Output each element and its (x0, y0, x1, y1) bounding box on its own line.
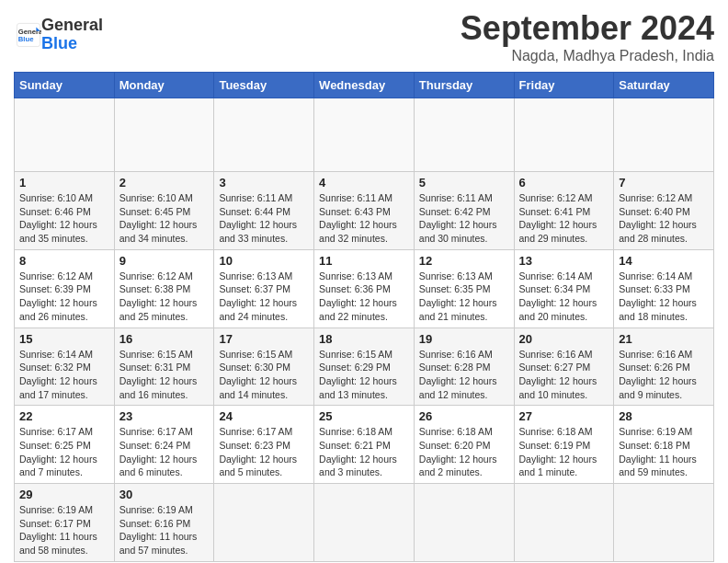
day-number: 14 (619, 254, 709, 268)
day-info: Sunrise: 6:14 AM Sunset: 6:34 PM Dayligh… (519, 270, 609, 324)
calendar-cell: 20Sunrise: 6:16 AM Sunset: 6:27 PM Dayli… (514, 327, 614, 406)
day-number: 13 (519, 254, 609, 268)
calendar-cell: 3Sunrise: 6:11 AM Sunset: 6:44 PM Daylig… (214, 172, 314, 250)
day-info: Sunrise: 6:11 AM Sunset: 6:42 PM Dayligh… (419, 191, 509, 246)
calendar-cell: 22Sunrise: 6:17 AM Sunset: 6:25 PM Dayli… (15, 406, 115, 484)
calendar-cell: 14Sunrise: 6:14 AM Sunset: 6:33 PM Dayli… (614, 249, 714, 327)
day-number: 24 (219, 409, 309, 423)
weekday-header-thursday: Thursday (414, 73, 514, 98)
day-number: 10 (219, 254, 309, 268)
day-number: 22 (19, 409, 109, 423)
day-number: 5 (419, 176, 509, 190)
calendar-cell (514, 98, 614, 172)
day-number: 12 (419, 254, 509, 268)
calendar-cell (214, 484, 314, 562)
calendar-cell: 4Sunrise: 6:11 AM Sunset: 6:43 PM Daylig… (314, 172, 415, 250)
day-number: 19 (419, 332, 509, 346)
weekday-header-row: SundayMondayTuesdayWednesdayThursdayFrid… (15, 73, 714, 98)
day-number: 23 (119, 409, 210, 423)
day-number: 20 (519, 332, 609, 346)
day-info: Sunrise: 6:16 AM Sunset: 6:26 PM Dayligh… (619, 348, 709, 402)
day-number: 16 (119, 332, 210, 346)
calendar-cell: 8Sunrise: 6:12 AM Sunset: 6:39 PM Daylig… (15, 249, 115, 327)
day-info: Sunrise: 6:17 AM Sunset: 6:24 PM Dayligh… (119, 425, 210, 479)
day-info: Sunrise: 6:17 AM Sunset: 6:23 PM Dayligh… (219, 425, 309, 479)
calendar-cell: 5Sunrise: 6:11 AM Sunset: 6:42 PM Daylig… (414, 172, 514, 250)
calendar-cell (414, 484, 514, 562)
calendar-cell: 19Sunrise: 6:16 AM Sunset: 6:28 PM Dayli… (414, 327, 514, 406)
calendar-cell: 24Sunrise: 6:17 AM Sunset: 6:23 PM Dayli… (214, 406, 314, 484)
day-number: 3 (219, 176, 309, 190)
calendar-cell (314, 484, 415, 562)
calendar-cell: 7Sunrise: 6:12 AM Sunset: 6:40 PM Daylig… (614, 172, 714, 250)
weekday-header-sunday: Sunday (15, 73, 115, 98)
calendar-cell: 10Sunrise: 6:13 AM Sunset: 6:37 PM Dayli… (214, 249, 314, 327)
day-number: 15 (19, 332, 109, 346)
day-number: 18 (319, 332, 409, 346)
calendar-week-row (15, 98, 714, 172)
calendar-cell (514, 484, 614, 562)
day-info: Sunrise: 6:15 AM Sunset: 6:29 PM Dayligh… (319, 348, 409, 402)
day-info: Sunrise: 6:19 AM Sunset: 6:16 PM Dayligh… (119, 503, 210, 557)
calendar-week-row: 1Sunrise: 6:10 AM Sunset: 6:46 PM Daylig… (15, 172, 714, 250)
day-number: 28 (619, 409, 709, 423)
day-number: 1 (19, 176, 109, 190)
day-info: Sunrise: 6:11 AM Sunset: 6:44 PM Dayligh… (219, 191, 309, 246)
day-info: Sunrise: 6:12 AM Sunset: 6:40 PM Dayligh… (619, 191, 709, 246)
day-number: 21 (619, 332, 709, 346)
day-info: Sunrise: 6:11 AM Sunset: 6:43 PM Dayligh… (319, 191, 409, 246)
day-number: 9 (119, 254, 210, 268)
day-info: Sunrise: 6:10 AM Sunset: 6:45 PM Dayligh… (119, 191, 210, 246)
calendar-week-row: 22Sunrise: 6:17 AM Sunset: 6:25 PM Dayli… (15, 406, 714, 484)
calendar-cell (614, 484, 714, 562)
day-number: 4 (319, 176, 409, 190)
day-info: Sunrise: 6:10 AM Sunset: 6:46 PM Dayligh… (19, 191, 109, 246)
day-info: Sunrise: 6:14 AM Sunset: 6:32 PM Dayligh… (19, 348, 109, 402)
day-info: Sunrise: 6:18 AM Sunset: 6:19 PM Dayligh… (519, 425, 609, 479)
weekday-header-tuesday: Tuesday (214, 73, 314, 98)
day-info: Sunrise: 6:12 AM Sunset: 6:41 PM Dayligh… (519, 191, 609, 246)
month-title: September 2024 (461, 9, 714, 48)
day-number: 17 (219, 332, 309, 346)
day-info: Sunrise: 6:12 AM Sunset: 6:38 PM Dayligh… (119, 270, 210, 324)
day-number: 11 (319, 254, 409, 268)
calendar-cell (214, 98, 314, 172)
day-number: 25 (319, 409, 409, 423)
day-info: Sunrise: 6:16 AM Sunset: 6:28 PM Dayligh… (419, 348, 509, 402)
weekday-header-wednesday: Wednesday (314, 73, 415, 98)
day-number: 8 (19, 254, 109, 268)
calendar-cell (614, 98, 714, 172)
day-info: Sunrise: 6:17 AM Sunset: 6:25 PM Dayligh… (19, 425, 109, 479)
calendar-cell: 12Sunrise: 6:13 AM Sunset: 6:35 PM Dayli… (414, 249, 514, 327)
day-number: 2 (119, 176, 210, 190)
calendar-table: SundayMondayTuesdayWednesdayThursdayFrid… (14, 72, 714, 562)
calendar-cell: 26Sunrise: 6:18 AM Sunset: 6:20 PM Dayli… (414, 406, 514, 484)
calendar-cell (414, 98, 514, 172)
header: General Blue General Blue September 2024… (14, 9, 714, 64)
logo-text: General Blue (41, 17, 103, 53)
svg-text:General: General (18, 27, 41, 35)
calendar-cell: 27Sunrise: 6:18 AM Sunset: 6:19 PM Dayli… (514, 406, 614, 484)
calendar-cell: 30Sunrise: 6:19 AM Sunset: 6:16 PM Dayli… (114, 484, 214, 562)
day-number: 30 (119, 488, 210, 501)
weekday-header-friday: Friday (514, 73, 614, 98)
calendar-cell: 28Sunrise: 6:19 AM Sunset: 6:18 PM Dayli… (614, 406, 714, 484)
logo: General Blue General Blue (14, 17, 103, 53)
calendar-week-row: 15Sunrise: 6:14 AM Sunset: 6:32 PM Dayli… (15, 327, 714, 406)
day-number: 26 (419, 409, 509, 423)
calendar-cell: 15Sunrise: 6:14 AM Sunset: 6:32 PM Dayli… (15, 327, 115, 406)
day-info: Sunrise: 6:19 AM Sunset: 6:18 PM Dayligh… (619, 425, 709, 479)
weekday-header-monday: Monday (114, 73, 214, 98)
day-info: Sunrise: 6:13 AM Sunset: 6:37 PM Dayligh… (219, 270, 309, 324)
day-info: Sunrise: 6:15 AM Sunset: 6:30 PM Dayligh… (219, 348, 309, 402)
calendar-cell: 13Sunrise: 6:14 AM Sunset: 6:34 PM Dayli… (514, 249, 614, 327)
calendar-cell: 11Sunrise: 6:13 AM Sunset: 6:36 PM Dayli… (314, 249, 415, 327)
calendar-cell (314, 98, 415, 172)
day-info: Sunrise: 6:13 AM Sunset: 6:36 PM Dayligh… (319, 270, 409, 324)
calendar-cell: 9Sunrise: 6:12 AM Sunset: 6:38 PM Daylig… (114, 249, 214, 327)
location-title: Nagda, Madhya Pradesh, India (461, 48, 714, 64)
calendar-cell (15, 98, 115, 172)
day-info: Sunrise: 6:19 AM Sunset: 6:17 PM Dayligh… (19, 503, 109, 557)
calendar-cell: 2Sunrise: 6:10 AM Sunset: 6:45 PM Daylig… (114, 172, 214, 250)
calendar-cell (114, 98, 214, 172)
